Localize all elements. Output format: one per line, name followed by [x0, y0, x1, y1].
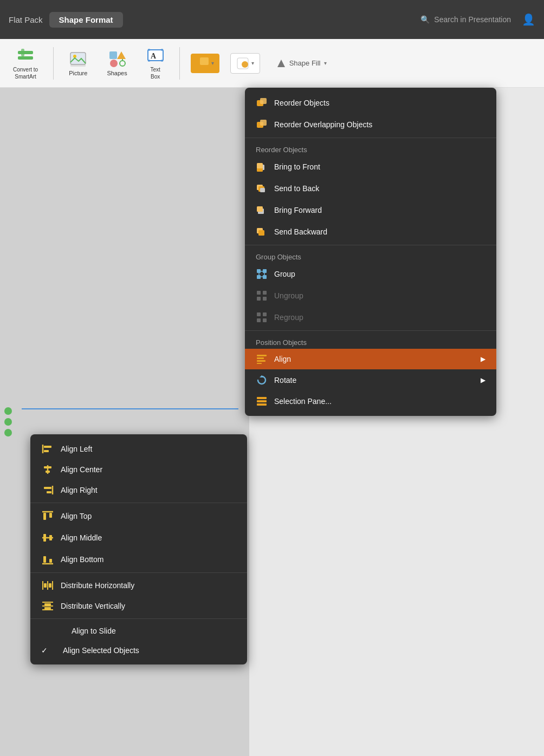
search-area: 🔍 Search in Presentation 👤: [420, 13, 535, 26]
user-icon[interactable]: 👤: [522, 13, 535, 26]
svg-rect-35: [258, 230, 264, 236]
green-circles: [4, 407, 12, 436]
section-group-objects: Group Objects: [245, 247, 496, 263]
active-tab-shape-format[interactable]: Shape Format: [49, 12, 123, 28]
svg-text:A: A: [151, 52, 157, 60]
main-area: Reorder Objects Reorder Overlapping Obje…: [0, 88, 544, 756]
align-divider-1: [30, 503, 247, 503]
arrange-dropdown-menu: Reorder Objects Reorder Overlapping Obje…: [245, 88, 496, 416]
svg-rect-61: [44, 466, 51, 468]
rotate-submenu-arrow: ▶: [481, 376, 485, 384]
align-item-dist-h[interactable]: Distribute Horizontally: [30, 575, 247, 596]
svg-rect-46: [263, 312, 267, 316]
svg-rect-84: [44, 607, 51, 609]
align-item-selected-objects[interactable]: ✓ Align Selected Objects: [30, 641, 247, 660]
svg-rect-47: [257, 318, 261, 322]
ribbon-divider-1: [53, 47, 54, 80]
svg-rect-2: [21, 49, 24, 56]
shape-fill-label: Shape Fill: [289, 59, 321, 67]
menu-item-bring-forward[interactable]: Bring Forward: [245, 199, 496, 221]
menu-label-regroup: Regroup: [274, 313, 303, 322]
menu-label-rotate: Rotate: [274, 376, 296, 384]
align-item-center[interactable]: Align Center: [30, 459, 247, 480]
svg-rect-43: [257, 297, 261, 301]
menu-item-send-back[interactable]: Send to Back: [245, 178, 496, 199]
menu-divider-1: [245, 138, 496, 138]
svg-rect-73: [43, 556, 46, 563]
selection-pane-icon: [256, 396, 268, 406]
align-top-icon: [41, 511, 54, 522]
menu-label-bring-front: Bring to Front: [274, 162, 320, 171]
align-item-to-slide[interactable]: ✓ Align to Slide: [30, 621, 247, 641]
menu-label-selection-pane: Selection Pane...: [274, 397, 332, 406]
svg-rect-70: [43, 534, 46, 542]
menu-item-selection-pane[interactable]: Selection Pane...: [245, 391, 496, 412]
ribbon-format-button[interactable]: ▾: [230, 53, 260, 74]
align-item-top[interactable]: Align Top: [30, 505, 247, 527]
ribbon-picture[interactable]: Picture: [64, 48, 92, 79]
menu-item-rotate[interactable]: Rotate ▶: [245, 369, 496, 391]
menu-item-ungroup[interactable]: Ungroup: [245, 285, 496, 307]
menu-item-send-backward[interactable]: Send Backward: [245, 221, 496, 243]
svg-rect-79: [49, 583, 51, 588]
ribbon-arrange-button[interactable]: ▾: [191, 54, 219, 73]
align-bottom-label: Align Bottom: [61, 555, 103, 564]
menu-label-send-back: Send to Back: [274, 184, 319, 193]
svg-rect-71: [49, 535, 52, 540]
align-to-slide-label: Align to Slide: [72, 627, 116, 635]
menu-item-align[interactable]: Align ▶: [245, 349, 496, 369]
align-item-right[interactable]: Align Right: [30, 480, 247, 500]
rotate-icon: [256, 375, 268, 386]
align-center-icon: [41, 465, 54, 474]
send-backward-icon: [256, 226, 268, 237]
svg-marker-21: [277, 60, 285, 67]
ribbon-textbox[interactable]: A TextBox: [143, 44, 169, 82]
arrange-dropdown-arrow: ▾: [211, 60, 214, 66]
search-placeholder: Search in Presentation: [434, 15, 511, 24]
align-item-middle[interactable]: Align Middle: [30, 527, 247, 549]
svg-rect-55: [257, 400, 267, 402]
dist-v-icon: [41, 601, 54, 611]
svg-rect-31: [260, 188, 265, 192]
smartart-icon: [17, 47, 34, 64]
svg-point-8: [110, 60, 118, 67]
align-item-dist-v[interactable]: Distribute Vertically: [30, 596, 247, 616]
menu-item-regroup[interactable]: Regroup: [245, 307, 496, 328]
svg-rect-1: [18, 56, 33, 60]
ungroup-icon: [256, 290, 268, 301]
align-center-label: Align Center: [61, 465, 102, 474]
svg-rect-0: [18, 51, 33, 54]
svg-rect-25: [260, 120, 267, 126]
svg-rect-59: [44, 450, 49, 452]
align-item-bottom[interactable]: Align Bottom: [30, 549, 247, 570]
green-circle-1: [4, 407, 12, 415]
svg-rect-52: [257, 363, 262, 364]
svg-rect-64: [44, 487, 51, 489]
svg-rect-48: [263, 318, 267, 322]
svg-rect-68: [49, 513, 52, 518]
dist-h-icon: [41, 581, 54, 590]
svg-rect-83: [44, 603, 51, 605]
svg-rect-44: [263, 297, 267, 301]
align-submenu: Align Left Align Center Al: [30, 434, 247, 664]
menu-item-reorder-overlapping[interactable]: Reorder Overlapping Objects: [245, 114, 496, 135]
svg-rect-5: [70, 64, 86, 67]
menu-item-group[interactable]: Group: [245, 263, 496, 285]
reorder-overlapping-icon: [256, 119, 268, 130]
menu-item-bring-front[interactable]: Bring to Front: [245, 156, 496, 178]
svg-rect-58: [44, 446, 51, 448]
ribbon-shape-fill[interactable]: Shape Fill ▾: [271, 56, 332, 70]
svg-rect-23: [260, 98, 267, 104]
app-title: Flat Pack: [9, 15, 43, 24]
align-divider-3: [30, 618, 247, 619]
svg-rect-54: [257, 397, 267, 399]
ribbon-textbox-label: TextBox: [151, 66, 160, 80]
align-selected-label: Align Selected Objects: [63, 646, 139, 655]
dist-h-label: Distribute Horizontally: [61, 581, 134, 590]
ribbon-shapes[interactable]: Shapes: [102, 48, 131, 79]
menu-item-reorder-objects[interactable]: Reorder Objects: [245, 92, 496, 114]
svg-rect-33: [257, 206, 263, 212]
ribbon-convert-smartart[interactable]: Convert toSmartArt: [9, 44, 42, 82]
align-item-left[interactable]: Align Left: [30, 439, 247, 459]
menu-label-ungroup: Ungroup: [274, 291, 303, 300]
